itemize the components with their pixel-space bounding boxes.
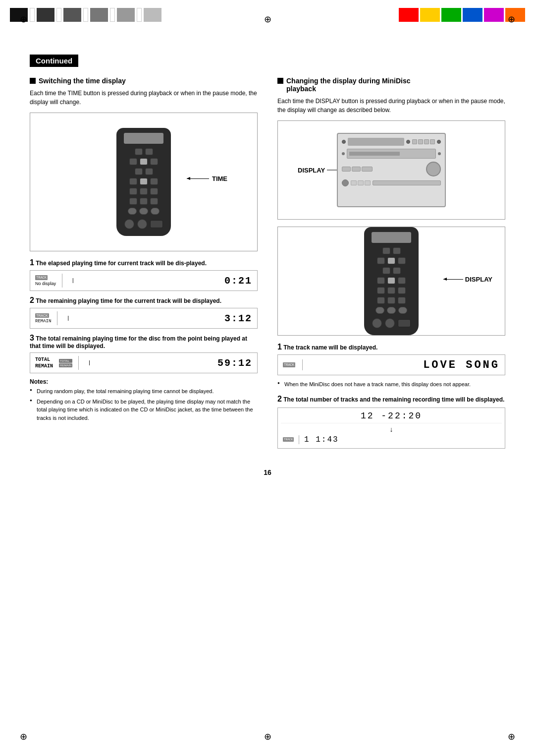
bar-yellow (420, 8, 440, 22)
remote-btn-7 (145, 168, 153, 175)
total-display-sep (299, 435, 299, 444)
remote-btn-row-3 (135, 168, 153, 175)
left-section-header: Switching the time display (30, 77, 258, 85)
remote-btn-row-7 (128, 208, 160, 215)
right-section-header: Changing the display during MiniDisc pla… (277, 77, 505, 93)
right-bullet-icon (277, 78, 283, 84)
right-note-1: When the MiniDisc does not have a track … (277, 380, 505, 389)
remote-btn-3 (129, 158, 137, 165)
remote-btn-16 (150, 198, 158, 205)
remote2-oval-2 (387, 307, 396, 314)
left-column: Switching the time display Each time the… (30, 77, 258, 454)
device-dot-1 (342, 140, 346, 144)
bar-gray-4 (144, 8, 161, 22)
remote-btn-2 (145, 148, 153, 155)
remote-oval-3 (151, 208, 160, 215)
device-display-row (342, 149, 441, 159)
bar-red (399, 8, 419, 22)
device-top-btn-1 (412, 139, 417, 144)
display-separator-1 (62, 274, 62, 288)
remote-btn-row-1 (135, 148, 153, 155)
remote-screen-2 (372, 232, 411, 243)
remote2-btn-row-3 (382, 267, 401, 274)
step-3-tick: | (88, 360, 91, 366)
remote2-btn-1 (382, 247, 390, 254)
remote-oval-2 (139, 208, 148, 215)
display-label-remote-group: DISPLAY (443, 276, 492, 283)
right-column: Changing the display during MiniDisc pla… (277, 77, 505, 454)
remote2-btn-14 (377, 297, 385, 304)
step-1-display: TRACK No display | 0:21 (30, 270, 258, 291)
device-small-btn-2 (352, 167, 361, 172)
device-bottom-btn-2 (358, 180, 364, 185)
device-illustration: DISPLAY (277, 120, 505, 220)
step-2-labels: TRACK REMAIN (35, 313, 51, 324)
remote2-btn-7 (393, 267, 401, 274)
right-title-line1: Changing the display during MiniDisc (286, 77, 410, 85)
step-1-track-label: TRACK No display (35, 275, 56, 286)
step-3-time: 59:12 (217, 357, 252, 369)
reg-mark-bottom-right: ⊕ (508, 731, 515, 742)
remote-btn-14 (129, 198, 137, 205)
right-step-2-display: 12 -22:20 ↓ TRACK 1 1:43 (277, 407, 505, 449)
remote-btn-row-5 (129, 188, 158, 195)
total-display-top-line: 12 -22:20 (281, 411, 502, 423)
right-body-text: Each time the DISPLAY button is pressed … (277, 97, 505, 115)
track-badge-1: TRACK (35, 275, 48, 280)
right-step-1-song: LOVE SONG (423, 359, 500, 371)
remote2-btn-13 (398, 287, 406, 294)
step-2-time: 3:12 (224, 313, 252, 324)
reg-mark-top-center: ⊕ (264, 14, 271, 25)
device-bottom-circle (342, 179, 349, 186)
total-remain-label: REMAIN (35, 363, 53, 369)
remote-illustration-left: TIME (30, 113, 258, 251)
bar-magenta (484, 8, 504, 22)
two-column-layout: Switching the time display Each time the… (30, 77, 505, 454)
right-step-2: 2 The total number of tracks and the rem… (277, 395, 505, 449)
right-title-line2: playback (286, 85, 316, 93)
remote2-btn-5 (398, 257, 406, 264)
total-badge-1: TOTAL (59, 359, 72, 363)
step-1-tick: | (71, 278, 75, 284)
device-dot-2 (406, 140, 410, 144)
device-bottom-slot (373, 180, 441, 185)
device-bottom-btns (351, 180, 371, 185)
remote2-btn-8 (377, 277, 385, 284)
reg-mark-top-left: ⊕ (20, 14, 27, 25)
bar-gray-2 (90, 8, 108, 22)
device-top-btn-3 (424, 139, 429, 144)
left-section-title: Switching the time display (39, 77, 126, 85)
device-slot-display (347, 149, 436, 159)
notes-label: Notes: (30, 378, 258, 385)
total-display-bottom-time: 1 1:43 (304, 435, 339, 444)
remote2-btn-row-5 (377, 287, 406, 294)
bar-white-1 (30, 8, 35, 22)
remote-btn-4 (140, 158, 148, 165)
bullet-icon (30, 78, 36, 84)
remote-btn-row-2 (129, 158, 158, 165)
remote-btn-13 (150, 188, 158, 195)
remote-btn-12 (140, 188, 148, 195)
right-step-2-text: The total number of tracks and the remai… (283, 396, 504, 403)
right-step-1-number: 1 (277, 343, 282, 351)
right-track-badge: TRACK (283, 362, 295, 367)
remain-track-badge: TRACK (35, 313, 49, 318)
stereo-device (337, 133, 446, 207)
remote-btn-6 (135, 168, 143, 175)
step-3-badges: TOTAL REMAIN (59, 359, 72, 367)
display-arrow-head-remote (443, 278, 447, 281)
device-bottom-row (342, 179, 441, 186)
reg-mark-bottom-center: ⊕ (264, 731, 271, 742)
remote-control-2 (364, 227, 419, 335)
right-step-2-number: 2 (277, 395, 282, 403)
step-3-header: 3 The total remaining playing time for t… (30, 334, 258, 349)
left-body-text: Each time the TIME button is pressed dur… (30, 89, 258, 107)
display-arrow-label-device: DISPLAY (298, 167, 342, 174)
remote2-btn-15 (387, 297, 395, 304)
step-2: 2 The remaining playing time for the cur… (30, 296, 258, 329)
remote-btn-1 (135, 148, 143, 155)
right-section-title: Changing the display during MiniDisc pla… (286, 77, 410, 93)
main-content: Continued Switching the time display Eac… (0, 25, 535, 506)
step-2-text: The remaining playing time for the curre… (36, 297, 221, 304)
remote-btn-9 (140, 178, 148, 185)
